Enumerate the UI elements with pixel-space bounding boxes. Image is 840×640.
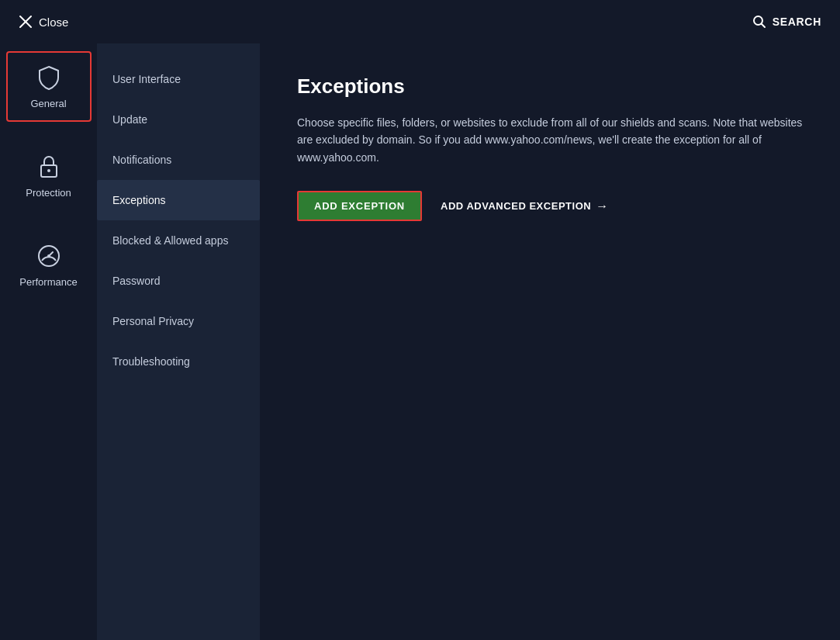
subnav-item-update[interactable]: Update	[97, 99, 260, 140]
page-title: Exceptions	[297, 74, 803, 99]
section-description: Choose specific files, folders, or websi…	[297, 114, 803, 166]
close-button[interactable]: Close	[19, 15, 68, 29]
svg-point-5	[47, 169, 50, 172]
main-content: Exceptions Choose specific files, folder…	[260, 43, 840, 640]
close-label: Close	[39, 16, 68, 29]
sub-navigation: User Interface Update Notifications Exce…	[97, 43, 260, 640]
sidebar-item-general[interactable]: General	[6, 51, 92, 122]
actions-row: ADD EXCEPTION ADD ADVANCED EXCEPTION →	[297, 191, 803, 221]
svg-line-3	[761, 24, 765, 28]
svg-point-8	[47, 254, 50, 258]
subnav-item-exceptions[interactable]: Exceptions	[97, 180, 260, 220]
search-label: SEARCH	[773, 16, 821, 28]
search-icon	[752, 15, 766, 29]
subnav-item-user-interface[interactable]: User Interface	[97, 59, 260, 99]
main-layout: General Protection Performance User Int	[0, 43, 840, 640]
arrow-right-icon: →	[596, 199, 609, 213]
subnav-item-personal-privacy[interactable]: Personal Privacy	[97, 301, 260, 341]
sidebar-item-performance-label: Performance	[19, 276, 77, 288]
category-sidebar: General Protection Performance	[0, 43, 97, 640]
top-bar: Close SEARCH	[0, 0, 840, 43]
subnav-item-troubleshooting[interactable]: Troubleshooting	[97, 341, 260, 382]
add-advanced-exception-button[interactable]: ADD ADVANCED EXCEPTION →	[441, 199, 609, 213]
performance-gauge-icon	[35, 242, 63, 270]
add-exception-button[interactable]: ADD EXCEPTION	[297, 191, 422, 221]
sidebar-item-general-label: General	[30, 98, 66, 109]
subnav-item-blocked-allowed-apps[interactable]: Blocked & Allowed apps	[97, 220, 260, 261]
subnav-item-password[interactable]: Password	[97, 261, 260, 301]
close-icon	[19, 15, 33, 29]
add-advanced-exception-label: ADD ADVANCED EXCEPTION	[441, 200, 591, 212]
search-button[interactable]: SEARCH	[752, 15, 821, 29]
sidebar-item-protection[interactable]: Protection	[6, 140, 92, 211]
sidebar-item-performance[interactable]: Performance	[6, 230, 92, 300]
sidebar-item-protection-label: Protection	[26, 187, 71, 199]
subnav-item-notifications[interactable]: Notifications	[97, 140, 260, 180]
protection-lock-icon	[35, 153, 63, 181]
general-shield-icon	[35, 64, 63, 92]
